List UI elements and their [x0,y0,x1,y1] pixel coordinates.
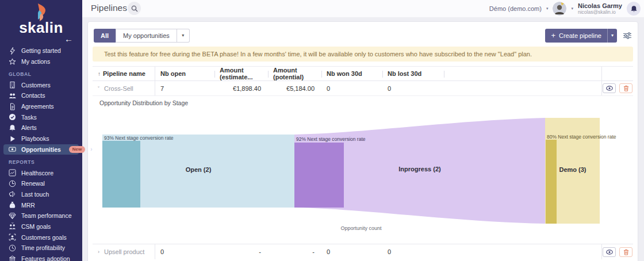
view-pipeline-button[interactable] [603,247,616,257]
top-header: Pipelines Démo (demo.com) ▾ ▾ Nicolas Ga… [82,0,644,17]
beta-banner: Test this feature for free during the BE… [93,47,633,62]
opportunity-funnel-chart: Opportunity Distribution by Stage 93% Ne… [93,96,633,244]
document-icon [9,103,16,110]
goal-people-icon [9,222,16,230]
play-icon [9,135,16,143]
pipeline-name[interactable]: Upsell product [104,248,144,255]
user-email: nicolas@skalin.io [578,9,622,15]
sidebar-item-time-profitability[interactable]: Time profitability [0,243,82,254]
sidebar-item-getting-started[interactable]: Getting started [0,45,82,56]
sidebar-section-reports: REPORTS [0,156,82,167]
chevron-right-icon: › [90,146,92,152]
star-icon [9,58,16,66]
sidebar-item-customers-goals[interactable]: Customers goals [0,232,82,243]
panel-toolbar: All My opportunities ▾ + Create pipeline… [94,28,632,43]
column-nb-won-30d[interactable]: Nb won 30d [321,67,382,80]
sidebar-item-healthscore[interactable]: Healthscore [0,167,82,178]
column-pipeline-name[interactable]: ↑Pipeline name [93,67,155,80]
eye-icon [606,86,613,91]
conversion-label-open: 93% Next stage conversion rate [104,135,174,141]
pipeline-name[interactable]: Cross-Sell [104,85,133,92]
banknote-icon [9,145,16,153]
table-header-row: ↑Pipeline name Nb open Amount (estimate.… [93,66,633,81]
notifications-button[interactable] [627,2,641,16]
bell-icon [9,124,16,132]
sidebar-item-playbooks[interactable]: Playbooks [0,133,82,144]
columns-icon [9,255,16,261]
filters-button[interactable] [623,32,632,40]
sidebar-collapse-arrow-icon[interactable]: ← [64,34,73,44]
sidebar-item-agreements[interactable]: Agreements [0,101,82,112]
conversion-label-inprogress: 92% Next stage conversion rate [296,136,366,142]
user-info[interactable]: Nicolas Garmy nicolas@skalin.io [578,2,622,15]
chart-xaxis-label: Opportunity count [340,225,382,231]
sidebar-item-team-performance[interactable]: Team performance [0,210,82,221]
sort-asc-icon: ↑ [98,71,101,77]
sidebar-item-contacts[interactable]: Contacts [0,90,82,101]
conversion-label-demo: 80% Next stage conversion rate [547,134,616,140]
sidebar-item-customers[interactable]: Customers [0,79,82,90]
new-badge: New [69,146,85,153]
create-pipeline-dropdown[interactable]: ▾ [608,33,617,38]
tab-dropdown-button[interactable]: ▾ [177,29,190,43]
column-nb-lost-30d[interactable]: Nb lost 30d [382,67,444,80]
pipelines-panel: All My opportunities ▾ + Create pipeline… [87,21,638,261]
column-amount-estimated[interactable]: Amount (estimate... [214,67,268,80]
table-row-upsell-product[interactable]: ›Upsell product 0 - - 0 0 [93,244,633,259]
stage-label-inprogress: Inprogress (2) [398,166,441,172]
sidebar-nav: Getting started My actions GLOBAL Custom… [0,45,82,261]
sidebar: skalin ← Getting started My actions GLOB… [0,0,82,261]
trash-icon [623,85,629,91]
amount-estimated-value: €1,898.40 [214,81,268,95]
delete-pipeline-button[interactable] [619,83,632,93]
money-bag-icon [9,201,16,209]
nb-won-value: 0 [321,244,382,259]
sidebar-item-renewal[interactable]: Renewal [0,178,82,189]
building-icon [9,81,16,89]
sidebar-item-mrr[interactable]: MRR [0,199,82,210]
chevron-collapsed-icon[interactable]: › [98,249,99,255]
pie-clock-icon [9,180,16,187]
view-pipeline-button[interactable] [603,83,616,93]
sidebar-item-csm-goals[interactable]: CSM goals [0,221,82,232]
sidebar-item-features-adoption[interactable]: Features adoption [0,254,82,261]
search-icon [131,5,138,12]
gem-icon [9,212,16,220]
sidebar-item-alerts[interactable]: Alerts [0,122,82,133]
delete-pipeline-button[interactable] [619,247,632,257]
trash-icon [623,249,629,255]
tab-my-opportunities[interactable]: My opportunities [116,29,177,43]
funnel-conversion-bar-inprogress [294,143,344,208]
clock-icon [9,244,16,252]
user-name: Nicolas Garmy [578,2,622,9]
sidebar-section-global: GLOBAL [0,68,82,79]
create-pipeline-button[interactable]: + Create pipeline ▾ [545,29,617,43]
people-brackets-icon [9,233,16,241]
plus-icon: + [545,31,559,40]
nb-won-value: 0 [321,81,382,95]
nb-lost-value: 0 [382,244,444,259]
bell-icon [630,5,638,13]
account-switcher[interactable]: Démo (demo.com) [489,5,542,12]
check-circle-icon [9,113,16,121]
sidebar-item-my-actions[interactable]: My actions [0,56,82,67]
nb-open-value: 7 [155,81,214,95]
avatar[interactable] [553,2,566,16]
sidebar-item-opportunities[interactable]: Opportunities New › [3,144,79,155]
column-amount-potential[interactable]: Amount (potential) [268,67,321,80]
funnel-conversion-bar-open [102,141,140,208]
sidebar-item-last-touch[interactable]: Last touch [0,189,82,200]
chevron-down-icon: ▾ [546,6,549,11]
chart-title: Opportunity Distribution by Stage [99,99,188,106]
page-title: Pipelines [91,3,127,13]
sidebar-item-tasks[interactable]: Tasks [0,112,82,122]
column-nb-open[interactable]: Nb open [155,67,214,80]
chevron-expanded-icon[interactable]: ˇ [98,86,99,91]
pipelines-table: ↑Pipeline name Nb open Amount (estimate.… [93,66,633,259]
search-button[interactable] [128,2,141,15]
tab-all[interactable]: All [94,29,116,43]
chevron-down-icon: ▾ [571,6,573,11]
funnel-conversion-bar-demo [546,140,557,224]
table-row-cross-sell[interactable]: ˇCross-Sell 7 €1,898.40 €5,184.00 0 0 [93,81,633,96]
megaphone-icon [9,190,16,198]
